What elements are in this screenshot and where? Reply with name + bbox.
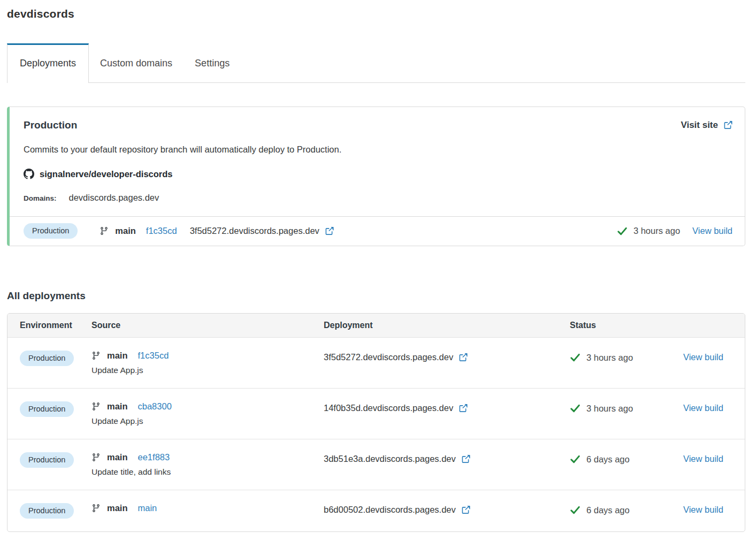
branch-name: main: [107, 351, 128, 361]
all-deployments-heading: All deployments: [7, 290, 745, 302]
branch-name: main: [107, 452, 128, 462]
status-time: 3 hours ago: [586, 353, 633, 363]
page-root: devdiscords Deployments Custom domains S…: [0, 0, 756, 532]
tab-settings[interactable]: Settings: [184, 44, 241, 82]
external-link-icon: [324, 226, 334, 236]
table-header: Environment Source Deployment Status: [7, 314, 745, 337]
repo-row: signalnerve/developer-discords: [24, 169, 732, 179]
deployment-url-link[interactable]: 3f5d5272.devdiscords.pages.dev: [324, 352, 570, 362]
view-build-link[interactable]: View build: [683, 403, 723, 413]
check-icon: [570, 352, 581, 363]
environment-badge: Production: [20, 401, 74, 417]
status: 3 hours ago: [570, 352, 683, 363]
commit-message: Update title, add links: [91, 467, 324, 477]
external-link-icon: [461, 505, 470, 515]
deployment-url: 3db51e3a.devdiscords.pages.dev: [324, 454, 456, 464]
source-info: main f1c35cd: [91, 351, 324, 361]
production-deployment-row: Production main f1c35cd 3f5d5272.devdisc…: [10, 216, 745, 246]
environment-badge: Production: [20, 503, 74, 519]
deployment-url: 3f5d5272.devdiscords.pages.dev: [190, 226, 319, 236]
commit-link[interactable]: main: [138, 503, 157, 513]
check-icon: [617, 226, 628, 237]
external-link-icon: [458, 404, 468, 413]
column-header-deployment: Deployment: [324, 321, 570, 330]
source-info: main main: [91, 503, 324, 513]
tab-bar: Deployments Custom domains Settings: [7, 43, 745, 83]
deployments-table: Environment Source Deployment Status Pro…: [7, 313, 745, 532]
production-description: Commits to your default repository branc…: [24, 145, 732, 155]
table-row: Production main ee1f883 Update title, ad…: [7, 439, 745, 490]
branch-name: main: [107, 401, 128, 412]
source-info: main ee1f883: [91, 452, 324, 462]
branch-name: main: [115, 226, 136, 236]
deployment-url-link[interactable]: b6d00502.devdiscords.pages.dev: [324, 505, 570, 515]
view-build-link[interactable]: View build: [683, 352, 723, 362]
environment-badge: Production: [20, 351, 74, 366]
git-branch-icon: [100, 226, 109, 235]
environment-badge: Production: [24, 223, 78, 239]
view-build-link[interactable]: View build: [683, 505, 723, 514]
repo-name: signalnerve/developer-discords: [40, 169, 173, 179]
production-heading: Production: [24, 119, 77, 131]
deployment-url-link[interactable]: 3db51e3a.devdiscords.pages.dev: [324, 454, 570, 464]
commit-link[interactable]: ee1f883: [138, 452, 170, 462]
page-title: devdiscords: [7, 7, 745, 20]
git-branch-icon: [91, 351, 101, 360]
domains-row: Domains: devdiscords.pages.dev: [24, 193, 732, 203]
external-link-icon: [458, 353, 468, 362]
visit-site-label: Visit site: [681, 120, 718, 131]
status: 6 days ago: [570, 505, 683, 515]
branch-name: main: [107, 503, 128, 513]
deployment-url: 3f5d5272.devdiscords.pages.dev: [324, 352, 453, 362]
deployment-url: 14f0b35d.devdiscords.pages.dev: [324, 403, 453, 413]
deployment-url-link[interactable]: 14f0b35d.devdiscords.pages.dev: [324, 403, 570, 413]
commit-message: Update App.js: [91, 416, 324, 426]
domains-value: devdiscords.pages.dev: [69, 193, 159, 203]
commit-message: Update App.js: [91, 366, 324, 375]
visit-site-link[interactable]: Visit site: [681, 120, 732, 131]
tab-deployments[interactable]: Deployments: [7, 43, 89, 83]
deployment-url: b6d00502.devdiscords.pages.dev: [324, 505, 456, 515]
table-row: Production main cba8300 Update App.js 14…: [7, 388, 745, 439]
check-icon: [570, 505, 581, 515]
git-branch-icon: [91, 402, 101, 411]
source-info: main f1c35cd: [100, 226, 177, 236]
table-row: Production main f1c35cd Update App.js 3f…: [7, 337, 745, 388]
deployment-url-link[interactable]: 3f5d5272.devdiscords.pages.dev: [190, 226, 334, 236]
check-icon: [570, 403, 581, 414]
tab-custom-domains[interactable]: Custom domains: [89, 44, 184, 82]
external-link-icon: [461, 454, 470, 464]
column-header-status: Status: [570, 321, 683, 330]
git-branch-icon: [91, 504, 101, 513]
commit-link[interactable]: cba8300: [138, 401, 172, 412]
status-time: 6 days ago: [586, 454, 630, 465]
status: 3 hours ago: [617, 226, 680, 237]
column-header-environment: Environment: [20, 321, 91, 330]
view-build-link[interactable]: View build: [683, 454, 723, 463]
github-icon: [24, 169, 34, 179]
external-link-icon: [723, 120, 732, 130]
status: 6 days ago: [570, 454, 683, 465]
git-branch-icon: [91, 453, 101, 462]
view-build-link[interactable]: View build: [692, 226, 732, 236]
commit-link[interactable]: f1c35cd: [138, 351, 169, 361]
status-time: 3 hours ago: [633, 226, 680, 236]
table-row: Production main main b6d00502.devdiscord…: [7, 490, 745, 531]
domains-label: Domains:: [24, 194, 57, 202]
status-time: 6 days ago: [586, 505, 630, 515]
check-icon: [570, 454, 581, 465]
source-info: main cba8300: [91, 401, 324, 412]
status: 3 hours ago: [570, 403, 683, 414]
column-header-source: Source: [91, 321, 324, 330]
commit-link[interactable]: f1c35cd: [146, 226, 177, 236]
environment-badge: Production: [20, 452, 74, 468]
status-time: 3 hours ago: [586, 404, 633, 414]
production-card: Production Visit site Commits to your de…: [7, 107, 745, 246]
